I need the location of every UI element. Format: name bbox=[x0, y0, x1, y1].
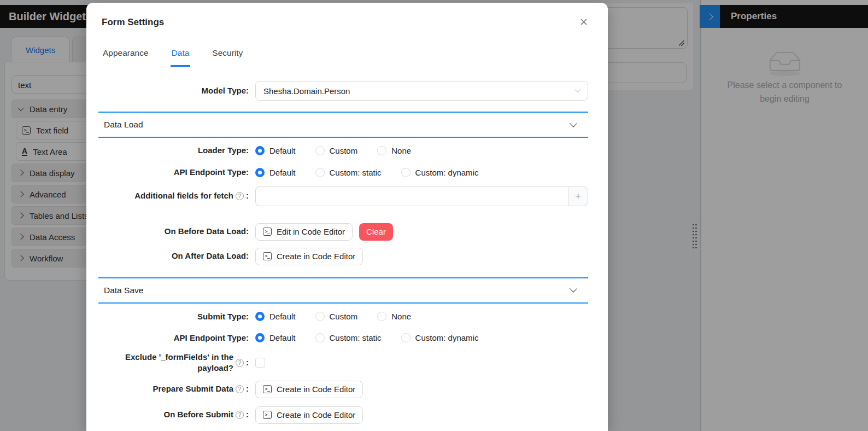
prepare-submit-data-row: Prepare Submit Data ? : >_ Create in Cod… bbox=[102, 381, 588, 398]
prepare-submit-data-label: Prepare Submit Data ? : bbox=[102, 383, 249, 394]
on-after-data-load-label: On After Data Load: bbox=[102, 251, 249, 261]
radio-checked-icon bbox=[255, 333, 265, 342]
question-circle-icon[interactable]: ? bbox=[236, 359, 244, 367]
on-before-data-load-controls: >_ Edit in Code Editor Clear bbox=[255, 223, 588, 241]
additional-fields-row: Additional fields for fetch ? : + bbox=[102, 187, 588, 206]
radio-icon bbox=[315, 333, 325, 342]
data-save-panel-header[interactable]: Data Save bbox=[98, 278, 588, 302]
code-editor-icon: >_ bbox=[263, 228, 272, 236]
radio-icon bbox=[315, 146, 325, 155]
panel-title: Data Load bbox=[104, 120, 143, 130]
radio-label: Custom bbox=[330, 312, 358, 321]
data-save-panel: Data Save bbox=[98, 277, 588, 304]
radio-label: Default bbox=[269, 146, 296, 155]
radio-checked-icon bbox=[255, 168, 265, 177]
radio-icon bbox=[401, 168, 410, 177]
data-load-panel-header[interactable]: Data Load bbox=[98, 113, 588, 137]
on-after-data-load-row: On After Data Load: >_ Create in Code Ed… bbox=[102, 248, 588, 265]
on-before-submit-row: On Before Submit ? : >_ Create in Code E… bbox=[102, 406, 588, 424]
radio-icon bbox=[315, 312, 325, 321]
tab-security[interactable]: Security bbox=[211, 43, 244, 67]
chevron-down-icon bbox=[570, 285, 577, 293]
radio-icon bbox=[377, 146, 386, 155]
question-circle-icon[interactable]: ? bbox=[236, 411, 244, 419]
radio-label: Custom bbox=[330, 146, 358, 155]
submit-type-row: Submit Type: Default Custom None bbox=[102, 311, 588, 322]
radio-label: None bbox=[391, 146, 411, 155]
radio-icon bbox=[401, 333, 410, 342]
chevron-down-icon bbox=[574, 86, 580, 92]
modal-tabs: Appearance Data Security bbox=[102, 43, 588, 67]
edit-in-code-editor-button[interactable]: >_ Edit in Code Editor bbox=[255, 223, 353, 241]
model-type-label: Model Type: bbox=[102, 85, 249, 96]
radio-label: Default bbox=[269, 333, 296, 342]
exclude-formfields-checkbox[interactable] bbox=[255, 358, 265, 368]
additional-fields-label: Additional fields for fetch ? : bbox=[102, 190, 249, 201]
api-endpoint-type-row: API Endpoint Type: Default Custom: stati… bbox=[102, 167, 588, 178]
api-endpoint-type-label: API Endpoint Type: bbox=[102, 167, 249, 178]
panel-title: Data Save bbox=[104, 286, 143, 295]
tab-data[interactable]: Data bbox=[171, 43, 191, 67]
question-circle-icon[interactable]: ? bbox=[236, 192, 244, 200]
on-before-submit-controls: >_ Create in Code Editor bbox=[255, 406, 588, 424]
clear-button[interactable]: Clear bbox=[359, 223, 393, 241]
radio-icon bbox=[377, 312, 386, 321]
code-editor-icon: >_ bbox=[263, 385, 272, 393]
data-load-panel: Data Load bbox=[98, 112, 588, 138]
plus-icon: + bbox=[575, 190, 581, 202]
radio-label: Default bbox=[269, 168, 296, 177]
add-field-button[interactable]: + bbox=[568, 187, 588, 206]
close-icon[interactable]: ✕ bbox=[577, 16, 590, 29]
submit-type-label: Submit Type: bbox=[102, 311, 249, 322]
code-editor-icon: >_ bbox=[263, 411, 272, 419]
radio-checked-icon bbox=[255, 312, 265, 321]
radio-custom[interactable]: Custom bbox=[315, 146, 358, 155]
radio-label: Custom: static bbox=[330, 168, 382, 177]
model-type-value: Shesha.Domain.Person bbox=[263, 86, 350, 96]
loader-type-label: Loader Type: bbox=[102, 145, 249, 156]
code-editor-icon: >_ bbox=[263, 252, 272, 260]
model-type-select[interactable]: Shesha.Domain.Person bbox=[255, 81, 588, 101]
radio-custom-dynamic[interactable]: Custom: dynamic bbox=[401, 333, 479, 342]
submit-type-radio-group: Default Custom None bbox=[255, 312, 588, 321]
radio-none[interactable]: None bbox=[377, 312, 411, 321]
exclude-formfields-control bbox=[255, 358, 588, 368]
radio-custom-static[interactable]: Custom: static bbox=[315, 333, 382, 342]
prepare-submit-data-controls: >_ Create in Code Editor bbox=[255, 381, 588, 398]
exclude-formfields-label: Exclude '_formFields' in the payload? ? … bbox=[102, 352, 249, 374]
create-in-code-editor-button[interactable]: >_ Create in Code Editor bbox=[255, 406, 363, 424]
additional-fields-control: + bbox=[255, 187, 588, 206]
on-before-data-load-label: On Before Data Load: bbox=[102, 226, 249, 237]
question-circle-icon[interactable]: ? bbox=[236, 385, 244, 393]
radio-label: Custom: static bbox=[330, 333, 382, 342]
save-api-endpoint-label: API Endpoint Type: bbox=[102, 333, 249, 343]
radio-default[interactable]: Default bbox=[255, 168, 296, 177]
button-label: Edit in Code Editor bbox=[277, 227, 345, 236]
create-in-code-editor-button[interactable]: >_ Create in Code Editor bbox=[255, 248, 363, 265]
button-label: Create in Code Editor bbox=[277, 252, 355, 261]
form-settings-modal: Form Settings ✕ Appearance Data Security… bbox=[86, 3, 608, 431]
radio-label: Custom: dynamic bbox=[415, 168, 479, 177]
tab-appearance[interactable]: Appearance bbox=[102, 43, 150, 67]
exclude-formfields-row: Exclude '_formFields' in the payload? ? … bbox=[102, 352, 588, 374]
button-label: Create in Code Editor bbox=[277, 410, 355, 420]
radio-none[interactable]: None bbox=[377, 146, 411, 155]
radio-checked-icon bbox=[255, 146, 265, 155]
radio-default[interactable]: Default bbox=[255, 312, 296, 321]
radio-default[interactable]: Default bbox=[255, 146, 296, 155]
radio-custom-dynamic[interactable]: Custom: dynamic bbox=[401, 168, 479, 177]
additional-fields-input[interactable] bbox=[255, 187, 568, 206]
modal-title: Form Settings bbox=[102, 17, 588, 28]
radio-label: Default bbox=[269, 312, 296, 321]
radio-label: None bbox=[391, 312, 411, 321]
radio-default[interactable]: Default bbox=[255, 333, 296, 342]
loader-type-radio-group: Default Custom None bbox=[255, 146, 588, 155]
radio-label: Custom: dynamic bbox=[415, 333, 479, 342]
radio-icon bbox=[315, 168, 325, 177]
save-api-endpoint-radio-group: Default Custom: static Custom: dynamic bbox=[255, 333, 588, 342]
radio-custom-static[interactable]: Custom: static bbox=[315, 168, 382, 177]
chevron-down-icon bbox=[570, 119, 577, 127]
radio-custom[interactable]: Custom bbox=[315, 312, 358, 321]
create-in-code-editor-button[interactable]: >_ Create in Code Editor bbox=[255, 381, 363, 398]
on-before-data-load-row: On Before Data Load: >_ Edit in Code Edi… bbox=[102, 223, 588, 241]
